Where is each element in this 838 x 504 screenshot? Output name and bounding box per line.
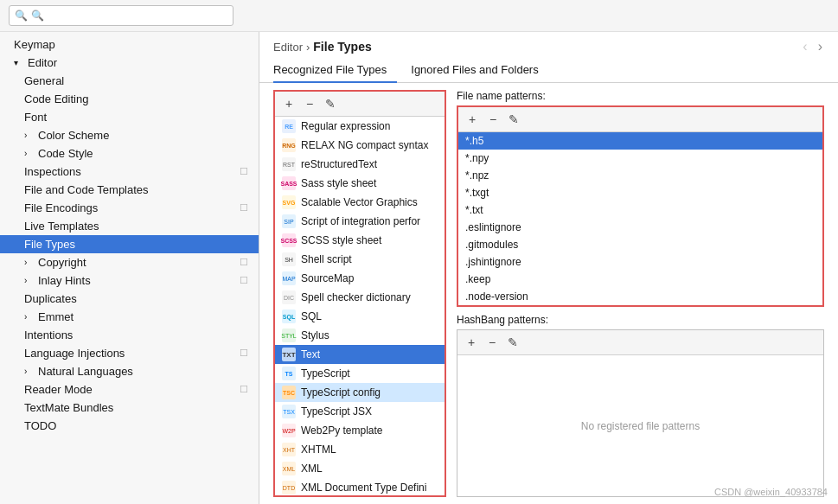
pattern-item[interactable]: *.txgt: [458, 184, 822, 201]
pattern-item[interactable]: .gitmodules: [458, 236, 822, 253]
sidebar-item-duplicates[interactable]: Duplicates: [0, 290, 259, 308]
sidebar-item-code-editing[interactable]: Code Editing: [0, 90, 259, 108]
sidebar-item-label: Inspections: [24, 165, 81, 178]
add-pattern-button[interactable]: +: [464, 111, 481, 128]
sidebar-item-textmate-bundles[interactable]: TextMate Bundles: [0, 399, 259, 417]
sidebar-item-inlay-hints[interactable]: › Inlay Hints ☐: [0, 271, 259, 290]
list-item[interactable]: SCSS SCSS style sheet: [275, 231, 445, 250]
list-item[interactable]: RNG RELAX NG compact syntax: [275, 136, 445, 155]
add-file-type-button[interactable]: +: [280, 95, 297, 112]
file-type-icon: RST: [282, 157, 296, 171]
pattern-item[interactable]: *.npz: [458, 167, 822, 184]
sidebar-item-emmet[interactable]: › Emmet: [0, 308, 259, 326]
pattern-item[interactable]: *.npy: [458, 150, 822, 167]
list-item[interactable]: SIP Script of integration perfor: [275, 212, 445, 231]
tab-ignored-files[interactable]: Ignored Files and Folders: [411, 58, 548, 83]
back-arrow[interactable]: ‹: [801, 39, 809, 54]
sidebar-item-label: File and Code Templates: [24, 183, 149, 196]
sidebar-item-code-style[interactable]: › Code Style: [0, 144, 259, 163]
file-list: RE Regular expression RNG RELAX NG compa…: [275, 117, 445, 495]
list-item[interactable]: TSX TypeScript JSX: [275, 402, 445, 421]
sidebar-item-label: Code Editing: [24, 93, 88, 105]
edit-hashbang-button[interactable]: ✎: [504, 334, 521, 351]
list-item[interactable]: STYL Stylus: [275, 326, 445, 345]
chevron-right-icon: ›: [24, 312, 35, 322]
sidebar-item-font[interactable]: Font: [0, 108, 259, 126]
sidebar-item-intentions[interactable]: Intentions: [0, 326, 259, 344]
file-name-patterns-section: File name patterns: + − ✎ *.h5 *.npy *.n…: [457, 90, 824, 307]
list-item[interactable]: RE Regular expression: [275, 117, 445, 136]
checkbox-icon: ☐: [240, 166, 248, 177]
list-item[interactable]: XHT XHTML: [275, 440, 445, 459]
file-type-icon: SIP: [282, 214, 296, 228]
sidebar-item-label: Emmet: [38, 310, 74, 323]
pattern-item[interactable]: .keep: [458, 271, 822, 288]
tabs-bar: Recognized File Types Ignored Files and …: [259, 58, 838, 83]
hashbang-patterns-label: HashBang patterns:: [457, 314, 824, 326]
sidebar-item-label: Duplicates: [24, 292, 77, 305]
sidebar-item-editor[interactable]: ▾ Editor: [0, 54, 259, 72]
add-hashbang-button[interactable]: +: [463, 334, 480, 351]
edit-file-type-button[interactable]: ✎: [322, 95, 339, 112]
tab-recognized-file-types[interactable]: Recognized File Types: [273, 58, 397, 83]
file-type-icon: DIC: [282, 290, 296, 304]
list-item[interactable]: MAP SourceMap: [275, 269, 445, 288]
list-item[interactable]: DIC Spell checker dictionary: [275, 288, 445, 307]
pattern-item[interactable]: *.h5: [458, 132, 822, 150]
list-item[interactable]: SQL SQL: [275, 307, 445, 326]
remove-file-type-button[interactable]: −: [301, 95, 318, 112]
checkbox-icon: ☐: [240, 257, 248, 268]
list-item[interactable]: RST reStructuredText: [275, 155, 445, 174]
sidebar-item-todo[interactable]: TODO: [0, 417, 259, 435]
pattern-item[interactable]: *.txt: [458, 201, 822, 219]
sidebar-item-label: TODO: [24, 419, 56, 432]
chevron-right-icon: ›: [24, 258, 35, 267]
panel-body: + − ✎ RE Regular expression RNG RELAX NG…: [259, 83, 838, 504]
checkbox-icon: ☐: [240, 348, 248, 359]
sidebar-item-color-scheme[interactable]: › Color Scheme: [0, 126, 259, 144]
checkbox-icon: ☐: [240, 384, 248, 395]
sidebar-item-label: Natural Languages: [38, 365, 133, 378]
list-item[interactable]: SASS Sass style sheet: [275, 174, 445, 193]
list-item[interactable]: W2P Web2Py template: [275, 421, 445, 440]
sidebar-item-label: File Encodings: [24, 201, 98, 214]
sidebar-item-keymap[interactable]: Keymap: [0, 35, 259, 54]
list-item[interactable]: TS TypeScript: [275, 364, 445, 383]
sidebar-item-natural-languages[interactable]: › Natural Languages: [0, 362, 259, 380]
file-type-icon: DTD: [282, 481, 296, 494]
sidebar: Keymap ▾ Editor General Code Editing Fon…: [0, 32, 259, 504]
list-item[interactable]: XML XML: [275, 459, 445, 478]
file-type-icon: TXT: [282, 348, 296, 361]
sidebar-item-general[interactable]: General: [0, 72, 259, 90]
main-layout: Keymap ▾ Editor General Code Editing Fon…: [0, 32, 838, 504]
sidebar-item-label: Font: [24, 111, 47, 124]
forward-arrow[interactable]: ›: [816, 39, 824, 54]
sidebar-item-inspections[interactable]: Inspections ☐: [0, 163, 259, 181]
sidebar-item-live-templates[interactable]: Live Templates: [0, 217, 259, 235]
list-item[interactable]: DTD XML Document Type Defini: [275, 478, 445, 495]
remove-pattern-button[interactable]: −: [484, 111, 502, 128]
pattern-item[interactable]: .jshintignore: [458, 253, 822, 271]
sidebar-item-file-types[interactable]: File Types: [0, 235, 259, 253]
list-item[interactable]: SH Shell script: [275, 250, 445, 269]
sidebar-item-language-injections[interactable]: Language Injections ☐: [0, 344, 259, 362]
patterns-toolbar: + − ✎: [458, 107, 822, 132]
pattern-item[interactable]: .eslintignore: [458, 219, 822, 236]
remove-hashbang-button[interactable]: −: [483, 334, 501, 351]
sidebar-item-copyright[interactable]: › Copyright ☐: [0, 253, 259, 271]
list-item[interactable]: TSC TypeScript config: [275, 383, 445, 402]
pattern-item[interactable]: .node-version: [458, 288, 822, 305]
watermark: CSDN @weixin_40933784: [714, 487, 828, 497]
search-input[interactable]: [31, 10, 227, 22]
sidebar-item-file-code-templates[interactable]: File and Code Templates: [0, 181, 259, 199]
sidebar-item-file-encodings[interactable]: File Encodings ☐: [0, 199, 259, 217]
file-type-icon: TSX: [282, 405, 296, 418]
file-types-list: + − ✎ RE Regular expression RNG RELAX NG…: [273, 90, 446, 497]
file-type-icon: TS: [282, 367, 296, 380]
list-item[interactable]: SVG Scalable Vector Graphics: [275, 193, 445, 212]
edit-pattern-button[interactable]: ✎: [505, 111, 522, 128]
list-item[interactable]: TXT Text: [275, 345, 445, 364]
chevron-right-icon: ›: [24, 131, 35, 140]
search-box[interactable]: 🔍: [9, 5, 233, 26]
sidebar-item-reader-mode[interactable]: Reader Mode ☐: [0, 380, 259, 399]
